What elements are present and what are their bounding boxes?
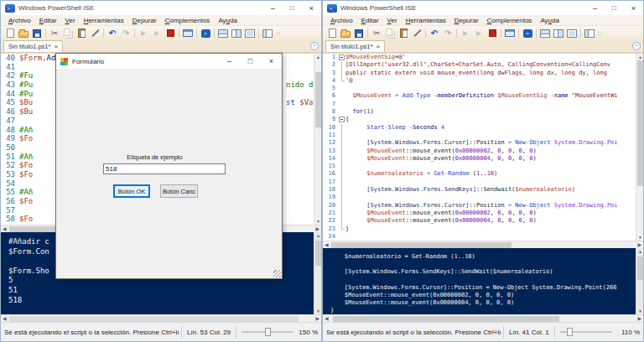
tab-close-icon[interactable]: ×	[54, 44, 58, 50]
titlebar[interactable]: >_ Windows PowerShell ISE – □ ×	[1, 1, 321, 15]
paste-button[interactable]	[397, 27, 410, 39]
start-powershell-button[interactable]: >	[521, 27, 534, 39]
close-button[interactable]: ×	[624, 1, 643, 15]
collapse-toolbar-button[interactable]: ^	[632, 42, 641, 50]
scroll-up-icon[interactable]: ▲	[636, 249, 643, 254]
toolbar-overflow-icon[interactable]: ::	[276, 30, 281, 36]
dialog-close-button[interactable]: ×	[261, 54, 282, 69]
scrollbar-thumb[interactable]	[637, 60, 643, 186]
cut-button[interactable]: ✂	[370, 27, 383, 39]
scrollbar-thumb[interactable]	[315, 241, 321, 266]
layout-maximized-button[interactable]	[243, 27, 257, 39]
menu-herramientas[interactable]: Herramientas	[80, 17, 128, 24]
menu-archivo[interactable]: Archivo	[4, 17, 35, 24]
cancel-button[interactable]: Botón Canc	[160, 184, 198, 198]
menu-ver[interactable]: Ver	[61, 17, 80, 24]
console-horizontal-scrollbar[interactable]: ◀ ▶	[1, 314, 321, 322]
scroll-right-icon[interactable]: ▶	[315, 315, 319, 323]
dialog-maximize-button[interactable]: □	[240, 54, 261, 69]
minimize-button[interactable]: –	[263, 1, 283, 15]
stop-operation-button[interactable]	[164, 27, 177, 39]
zoom-slider[interactable]	[560, 326, 612, 338]
layout-maximized-button[interactable]	[565, 27, 579, 39]
menu-ver[interactable]: Ver	[383, 17, 402, 24]
dialog-minimize-button[interactable]: –	[219, 54, 240, 69]
undo-button[interactable]: ↶	[428, 27, 441, 39]
menu-ayuda[interactable]: Ayuda	[214, 17, 242, 24]
resize-grip[interactable]	[273, 270, 281, 277]
layout-right-button[interactable]	[230, 27, 243, 39]
collapse-toolbar-button[interactable]: ^	[310, 42, 319, 50]
scroll-up-icon[interactable]: ▲	[636, 54, 643, 60]
titlebar[interactable]: >_ Windows PowerShell ISE – □ ×	[323, 1, 643, 15]
menu-editar[interactable]: Editar	[35, 17, 61, 24]
scroll-down-icon[interactable]: ▼	[314, 308, 321, 314]
editor-horizontal-scrollbar[interactable]: ◀ ▶	[323, 241, 643, 248]
layout-top-button[interactable]	[216, 27, 230, 39]
layout-top-button[interactable]	[538, 27, 552, 39]
save-button[interactable]	[30, 27, 44, 39]
scroll-down-icon[interactable]: ▼	[636, 235, 643, 240]
start-powershell-button[interactable]: >	[199, 27, 212, 39]
clear-console-button[interactable]	[88, 27, 101, 39]
menu-complementos[interactable]: Complementos	[483, 17, 537, 24]
tab-sin-titulo1[interactable]: Sin título1.ps1* ×	[3, 40, 63, 52]
fold-column[interactable]	[338, 54, 345, 61]
editor-vertical-scrollbar[interactable]: ▲ ▼	[636, 54, 643, 241]
minimize-button[interactable]: –	[585, 1, 605, 15]
tab-close-icon[interactable]: ×	[376, 44, 380, 50]
dialog-titlebar[interactable]: Formulario – □ ×	[56, 54, 282, 69]
open-file-button[interactable]	[17, 27, 30, 39]
stop-operation-button[interactable]	[486, 27, 499, 39]
zoom-slider[interactable]	[242, 326, 293, 338]
console-pane[interactable]: $numeroaleatorio = Get-Random (1..10) [S…	[323, 248, 643, 314]
layout-right-button[interactable]	[552, 27, 565, 39]
scroll-down-icon[interactable]: ▼	[636, 308, 643, 314]
editor-vertical-scrollbar[interactable]: ▲ ▼	[314, 54, 321, 225]
new-remote-tab-button[interactable]	[181, 27, 195, 39]
scroll-up-icon[interactable]: ▲	[314, 233, 321, 238]
show-script-pane-button[interactable]	[583, 27, 596, 39]
example-text-input[interactable]	[103, 163, 226, 174]
zoom-slider-thumb[interactable]	[265, 328, 271, 336]
ok-button[interactable]: Botón OK	[113, 184, 150, 198]
menu-editar[interactable]: Editar	[357, 17, 383, 24]
scroll-down-icon[interactable]: ▼	[314, 219, 321, 224]
scrollbar-thumb[interactable]	[331, 242, 512, 248]
menu-herramientas[interactable]: Herramientas	[402, 17, 450, 24]
console-vertical-scrollbar[interactable]: ▲ ▼	[314, 232, 321, 314]
maximize-button[interactable]: □	[283, 1, 302, 15]
scrollbar-thumb[interactable]	[9, 316, 299, 322]
maximize-button[interactable]: □	[605, 1, 624, 15]
new-file-button[interactable]	[3, 27, 17, 39]
cut-button[interactable]: ✂	[48, 27, 61, 39]
show-script-pane-button[interactable]	[261, 27, 274, 39]
scroll-left-icon[interactable]: ◀	[325, 315, 329, 323]
scroll-up-icon[interactable]: ▲	[314, 54, 321, 60]
paste-button[interactable]	[75, 27, 88, 39]
clear-console-button[interactable]	[410, 27, 423, 39]
menu-archivo[interactable]: Archivo	[326, 17, 357, 24]
scroll-right-icon[interactable]: ▶	[637, 315, 641, 323]
scroll-left-icon[interactable]: ◀	[3, 315, 7, 323]
new-file-button[interactable]	[325, 27, 339, 39]
menu-complementos[interactable]: Complementos	[161, 17, 215, 24]
menu-depurar[interactable]: Depurar	[128, 17, 161, 24]
toolbar-overflow-icon[interactable]: ::	[598, 30, 603, 36]
menu-ayuda[interactable]: Ayuda	[536, 17, 564, 24]
tab-sin-titulo1[interactable]: Sin título1.ps1* ×	[325, 40, 385, 52]
undo-button[interactable]: ↶	[106, 27, 119, 39]
scrollbar-thumb[interactable]	[637, 256, 643, 280]
console-vertical-scrollbar[interactable]: ▲ ▼	[636, 248, 643, 314]
zoom-slider-thumb[interactable]	[567, 328, 573, 336]
scrollbar-thumb[interactable]	[333, 316, 559, 322]
scrollbar-thumb[interactable]	[315, 72, 321, 127]
menu-depurar[interactable]: Depurar	[450, 17, 483, 24]
save-button[interactable]	[352, 27, 366, 39]
open-file-button[interactable]	[339, 27, 352, 39]
script-editor[interactable]: 1$MouseEventSig=@'2[DllImport("user32.dl…	[323, 53, 643, 241]
new-remote-tab-button[interactable]	[503, 27, 517, 39]
console-horizontal-scrollbar[interactable]: ◀ ▶	[323, 314, 643, 322]
fold-column[interactable]	[338, 116, 345, 123]
close-button[interactable]: ×	[302, 1, 321, 15]
